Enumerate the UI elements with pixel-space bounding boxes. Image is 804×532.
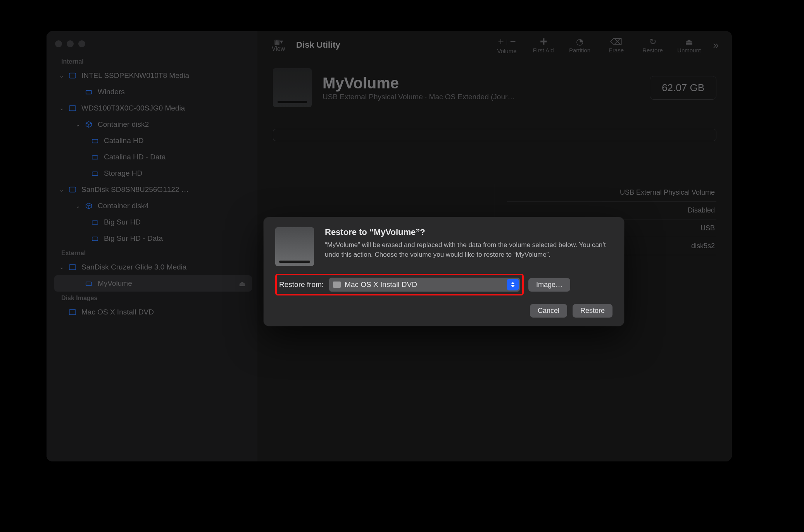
sidebar-volume-myvolume[interactable]: MyVolume ⏏ <box>54 275 252 292</box>
chevron-down-icon[interactable]: ⌄ <box>57 187 67 193</box>
sidebar-disk-intel[interactable]: ⌄ INTEL SSDPEKNW010T8 Media <box>54 67 252 84</box>
chevron-down-icon[interactable]: ⌄ <box>57 105 67 111</box>
svg-rect-4 <box>92 155 98 159</box>
table-row: USB External Physical Volume <box>507 184 717 202</box>
window-traffic-lights <box>54 38 252 55</box>
container-icon <box>85 202 93 210</box>
toolbar-view[interactable]: ▦▾ View <box>267 38 290 52</box>
image-button[interactable]: Image… <box>528 278 570 292</box>
sidebar-volume-bigsur[interactable]: Big Sur HD <box>54 214 252 230</box>
volume-size-badge: 62.07 GB <box>650 76 716 100</box>
sidebar-item-label: Catalina HD - Data <box>104 153 166 161</box>
sidebar-item-label: Big Sur HD - Data <box>104 234 163 243</box>
external-disk-icon <box>68 185 77 194</box>
sidebar-volume-storage[interactable]: Storage HD <box>54 165 252 181</box>
sidebar-diskimage-installdvd[interactable]: Mac OS X Install DVD <box>54 304 252 320</box>
erase-icon: ⌫ <box>610 37 622 47</box>
window-zoom-button[interactable] <box>78 40 85 47</box>
window-close-button[interactable] <box>55 40 62 47</box>
svg-rect-9 <box>69 265 76 270</box>
svg-rect-0 <box>69 73 76 78</box>
disk-image-icon <box>68 308 77 316</box>
unmount-icon: ⏏ <box>685 37 693 47</box>
chevron-down-icon[interactable]: ⌄ <box>73 121 83 128</box>
restore-from-value: Mac OS X Install DVD <box>345 280 417 289</box>
sidebar-item-label: INTEL SSDPEKNW010T8 Media <box>81 71 189 80</box>
popup-arrows-icon <box>507 279 519 290</box>
toolbar-restore-label: Restore <box>642 47 663 54</box>
highlight-annotation: Restore from: Mac OS X Install DVD <box>275 274 524 295</box>
sheet-body: “MyVolume” will be erased and replaced w… <box>325 240 612 259</box>
svg-rect-7 <box>92 221 98 224</box>
sidebar-item-label: Container disk4 <box>98 202 149 210</box>
plus-icon: + <box>495 36 506 48</box>
volume-icon <box>85 88 93 96</box>
sidebar-disk-wds[interactable]: ⌄ WDS100T3X0C-00SJG0 Media <box>54 100 252 116</box>
svg-rect-1 <box>86 90 92 94</box>
sheet-disk-icon <box>275 227 314 266</box>
app-title: Disk Utility <box>296 40 340 50</box>
sidebar-section-diskimages: Disk Images <box>61 295 252 302</box>
minus-icon: − <box>507 36 518 48</box>
sidebar-volume-bigsur-data[interactable]: Big Sur HD - Data <box>54 230 252 247</box>
toolbar-view-label: View <box>272 45 285 52</box>
toolbar-volume[interactable]: +|− Volume <box>491 36 523 54</box>
external-disk-icon <box>68 71 77 80</box>
svg-rect-11 <box>69 310 76 315</box>
toolbar-unmount[interactable]: ⏏ Unmount <box>673 37 706 54</box>
sidebar-container-disk2[interactable]: ⌄ Container disk2 <box>54 116 252 133</box>
cancel-button[interactable]: Cancel <box>530 304 567 318</box>
sidebar-item-label: SanDisk Cruzer Glide 3.0 Media <box>81 263 186 271</box>
toolbar: ▦▾ View Disk Utility +|− Volume ✚ First … <box>257 31 732 59</box>
toolbar-partition[interactable]: ◔ Partition <box>564 37 596 54</box>
volume-icon <box>91 234 99 243</box>
window-minimize-button[interactable] <box>67 40 74 47</box>
restore-icon: ↻ <box>649 37 656 47</box>
volume-header: MyVolume USB External Physical Volume · … <box>273 68 716 107</box>
toolbar-volume-label: Volume <box>497 48 517 54</box>
volume-icon <box>91 218 99 226</box>
sidebar-toggle-icon: ▦▾ <box>274 38 283 45</box>
volume-icon <box>333 282 341 288</box>
sidebar: Internal ⌄ INTEL SSDPEKNW010T8 Media Win… <box>47 31 257 461</box>
sidebar-container-disk4[interactable]: ⌄ Container disk4 <box>54 198 252 214</box>
chevron-down-icon[interactable]: ⌄ <box>57 73 67 79</box>
toolbar-unmount-label: Unmount <box>677 47 701 54</box>
volume-icon <box>91 153 99 161</box>
sidebar-disk-cruzer[interactable]: ⌄ SanDisk Cruzer Glide 3.0 Media <box>54 259 252 275</box>
volume-icon <box>91 136 99 145</box>
volume-icon <box>85 279 93 288</box>
chevron-down-icon[interactable]: ⌄ <box>57 264 67 270</box>
sidebar-disk-sandisk-sd8[interactable]: ⌄ SanDisk SD8SN8U256G1122 … <box>54 181 252 198</box>
restore-from-label: Restore from: <box>279 280 324 289</box>
volume-usage-bar <box>273 129 716 141</box>
external-disk-icon <box>68 263 77 271</box>
chevron-down-icon[interactable]: ⌄ <box>73 203 83 209</box>
sidebar-item-label: SanDisk SD8SN8U256G1122 … <box>81 185 189 194</box>
sidebar-section-internal: Internal <box>61 58 252 65</box>
toolbar-firstaid[interactable]: ✚ First Aid <box>527 37 560 54</box>
eject-icon[interactable]: ⏏ <box>239 279 246 288</box>
volume-icon <box>91 169 99 178</box>
sidebar-item-label: Storage HD <box>104 169 142 178</box>
restore-from-popup[interactable]: Mac OS X Install DVD <box>329 278 520 292</box>
svg-rect-10 <box>86 282 92 285</box>
restore-button[interactable]: Restore <box>573 304 612 318</box>
sidebar-volume-catalina[interactable]: Catalina HD <box>54 133 252 149</box>
toolbar-partition-label: Partition <box>569 47 590 54</box>
svg-rect-2 <box>69 106 76 111</box>
sidebar-item-label: Big Sur HD <box>104 218 141 226</box>
sidebar-volume-winders[interactable]: Winders <box>54 84 252 100</box>
sidebar-item-label: Catalina HD <box>104 136 143 145</box>
sidebar-volume-catalina-data[interactable]: Catalina HD - Data <box>54 149 252 165</box>
toolbar-firstaid-label: First Aid <box>533 47 554 54</box>
toolbar-overflow-icon[interactable]: » <box>709 39 723 51</box>
sheet-title: Restore to “MyVolume”? <box>325 227 612 237</box>
svg-rect-8 <box>92 237 98 240</box>
volume-name: MyVolume <box>323 74 515 92</box>
container-icon <box>85 120 93 129</box>
partition-icon: ◔ <box>576 37 583 47</box>
volume-subtitle: USB External Physical Volume · Mac OS Ex… <box>323 93 515 101</box>
toolbar-erase[interactable]: ⌫ Erase <box>600 37 633 54</box>
toolbar-restore[interactable]: ↻ Restore <box>637 37 669 54</box>
